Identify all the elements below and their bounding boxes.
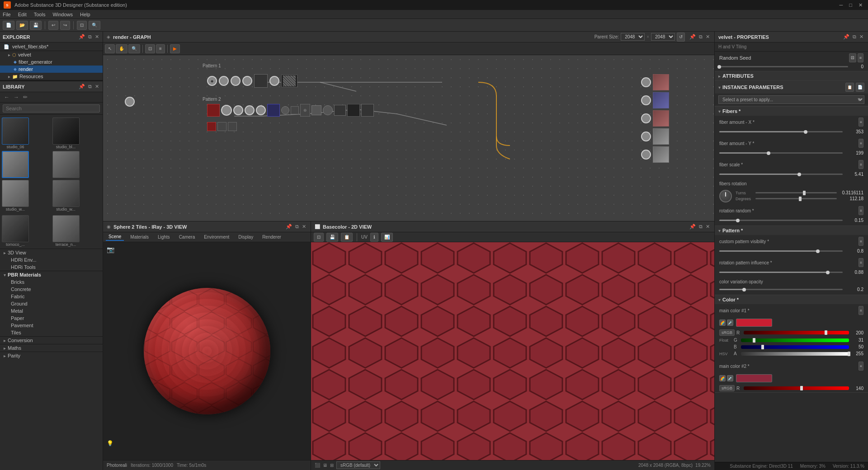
sub-bricks[interactable]: Bricks bbox=[0, 278, 103, 286]
node-p2-6[interactable] bbox=[291, 106, 299, 114]
custom-pattern-opts[interactable]: ≡ bbox=[859, 237, 863, 246]
node-p2-9[interactable] bbox=[323, 105, 333, 115]
color2-swatch[interactable] bbox=[736, 374, 772, 382]
menu-tools[interactable]: Tools bbox=[34, 12, 46, 17]
thumb-studiow4[interactable]: studio_w... bbox=[52, 180, 101, 212]
tree-item-velvet[interactable]: ▸ ⬡ velvet bbox=[0, 51, 103, 58]
menu-help[interactable]: Help bbox=[80, 12, 90, 17]
sub-hdri-env[interactable]: HDRi Env... bbox=[0, 256, 103, 263]
node-p2-tex2[interactable] bbox=[361, 104, 374, 117]
out-tex-3[interactable] bbox=[653, 110, 669, 127]
3d-float-btn[interactable]: ⧉ bbox=[294, 224, 300, 230]
node-p2-blue[interactable] bbox=[267, 104, 280, 117]
out-connector-2[interactable] bbox=[641, 95, 651, 105]
cat-conversion-header[interactable]: ▸ Conversion bbox=[0, 337, 103, 344]
parent-size-h-select[interactable]: 20481024512 bbox=[651, 33, 675, 41]
2d-close-btn[interactable]: ✕ bbox=[705, 224, 711, 230]
node-p1-1[interactable]: ◆ bbox=[207, 76, 217, 86]
tree-item-render[interactable]: ◆ render bbox=[0, 66, 103, 73]
props-close-btn[interactable]: ✕ bbox=[859, 34, 864, 40]
lib-pin-btn[interactable]: 📌 bbox=[78, 84, 86, 89]
cat-maths-header[interactable]: ▸ Maths bbox=[0, 344, 103, 352]
explorer-dock-btn[interactable]: ⧉ bbox=[87, 34, 93, 40]
2d-monitor-icon[interactable]: 🖥 bbox=[323, 463, 327, 468]
node-p1-3[interactable] bbox=[231, 76, 241, 86]
lib-dock-btn[interactable]: ⧉ bbox=[87, 84, 93, 89]
color1-swatch[interactable] bbox=[736, 319, 772, 327]
thumb-studiow2[interactable]: studio_w... bbox=[52, 151, 101, 178]
2d-colorspace-select[interactable]: sRGB (default) bbox=[336, 461, 380, 469]
out-tex-4[interactable] bbox=[653, 128, 669, 145]
node-p1-5[interactable] bbox=[254, 74, 268, 88]
2d-float-btn[interactable]: ⧉ bbox=[698, 224, 703, 230]
2d-hist-btn[interactable]: 📊 bbox=[381, 233, 393, 242]
tree-item-resources[interactable]: ▸ 📁 Resources bbox=[0, 73, 103, 80]
graph-render-btn[interactable]: ▶ bbox=[170, 44, 180, 53]
library-search-input[interactable] bbox=[3, 104, 100, 113]
sub-tiles[interactable]: Tiles bbox=[0, 329, 103, 336]
zoom-fit-btn[interactable]: ⊡ bbox=[77, 21, 87, 30]
color2-spectrum-icon[interactable]: 🌈 bbox=[719, 375, 726, 381]
thumb-studiobl[interactable]: studio_bl... bbox=[52, 118, 101, 149]
color1-opts[interactable]: ≡ bbox=[859, 306, 863, 315]
srgb-badge[interactable]: sRGB bbox=[719, 329, 735, 336]
out-tex-2[interactable] bbox=[653, 92, 669, 108]
sub-ground[interactable]: Ground bbox=[0, 300, 103, 307]
node-p1-4[interactable] bbox=[242, 76, 252, 86]
graph-frame-btn[interactable]: ⊡ bbox=[145, 44, 155, 53]
custom-pattern-slider[interactable] bbox=[719, 250, 843, 252]
minimize-btn[interactable]: ─ bbox=[838, 2, 845, 8]
graph-align-btn[interactable]: ≡ bbox=[156, 44, 165, 53]
node-p2-1[interactable] bbox=[221, 105, 232, 116]
g-channel-slider[interactable] bbox=[741, 338, 849, 342]
tab-lights[interactable]: Lights bbox=[155, 234, 173, 240]
sub-concrete[interactable]: Concrete bbox=[0, 286, 103, 293]
cat-3dview-header[interactable]: ▸ 3D View bbox=[0, 249, 103, 256]
r2-channel-slider[interactable] bbox=[744, 386, 849, 390]
cat-pbr-header[interactable]: ▾ PBR Materials bbox=[0, 271, 103, 278]
2d-save-btn[interactable]: 💾 bbox=[326, 233, 338, 242]
props-float-btn[interactable]: ⧉ bbox=[852, 34, 857, 40]
rot-influence-slider[interactable] bbox=[719, 272, 843, 273]
graph-pin-btn[interactable]: 📌 bbox=[689, 34, 697, 40]
out-connector-3[interactable] bbox=[641, 113, 651, 123]
color2-opts[interactable]: ≡ bbox=[859, 362, 863, 371]
size-refresh-btn[interactable]: ↺ bbox=[677, 33, 685, 42]
explorer-close-btn[interactable]: ✕ bbox=[94, 34, 100, 40]
tab-materials[interactable]: Materials bbox=[127, 234, 151, 240]
graph-pan-btn[interactable]: ✋ bbox=[116, 44, 127, 53]
graph-select-btn[interactable]: ↖ bbox=[105, 44, 115, 53]
left-connector[interactable] bbox=[125, 97, 135, 107]
sub-metal[interactable]: Metal bbox=[0, 307, 103, 315]
node-sm-1[interactable] bbox=[217, 122, 226, 131]
degrees-slider[interactable] bbox=[755, 198, 837, 199]
fiber-y-slider[interactable] bbox=[719, 152, 843, 154]
2d-channel-icon[interactable]: ⬛ bbox=[315, 463, 320, 468]
props-pin-btn[interactable]: 📌 bbox=[842, 34, 850, 40]
color-header[interactable]: ▾ Color * bbox=[715, 295, 868, 304]
a-channel-slider[interactable] bbox=[741, 352, 849, 356]
tab-renderer[interactable]: Renderer bbox=[259, 234, 284, 240]
2d-info-btn[interactable]: ℹ bbox=[370, 233, 378, 242]
3d-pin-btn[interactable]: 📌 bbox=[285, 224, 293, 230]
node-p2-2[interactable] bbox=[233, 105, 243, 115]
fiber-x-opts[interactable]: ≡ bbox=[859, 118, 863, 127]
graph-zoom-btn[interactable]: 🔍 bbox=[128, 44, 140, 53]
attributes-header[interactable]: ▸ ATTRIBUTES bbox=[715, 71, 868, 80]
out-tex-5[interactable] bbox=[653, 146, 669, 163]
thumb-terrace[interactable]: terrace_n... bbox=[52, 215, 101, 247]
node-sm-2[interactable] bbox=[228, 122, 237, 131]
fiber-y-opts[interactable]: ≡ bbox=[859, 139, 863, 148]
srgb2-badge[interactable]: sRGB bbox=[719, 385, 735, 391]
2d-copy-btn[interactable]: 📋 bbox=[341, 233, 353, 242]
rot-influence-opts[interactable]: ≡ bbox=[859, 258, 863, 267]
graph-canvas[interactable]: Pattern 1 ◆ Pattern 2 bbox=[103, 55, 714, 221]
fibers-header[interactable]: ▾ Fibers * bbox=[715, 107, 868, 116]
color-var-slider[interactable] bbox=[719, 289, 843, 290]
sub-fabric[interactable]: Fabric bbox=[0, 293, 103, 300]
2d-fit-btn[interactable]: ⊡ bbox=[314, 233, 324, 242]
3d-close-btn[interactable]: ✕ bbox=[301, 224, 307, 230]
camera-icon[interactable]: 📷 bbox=[107, 246, 114, 253]
tab-scene[interactable]: Scene bbox=[106, 233, 124, 241]
node-p2-tex1[interactable] bbox=[347, 104, 360, 117]
